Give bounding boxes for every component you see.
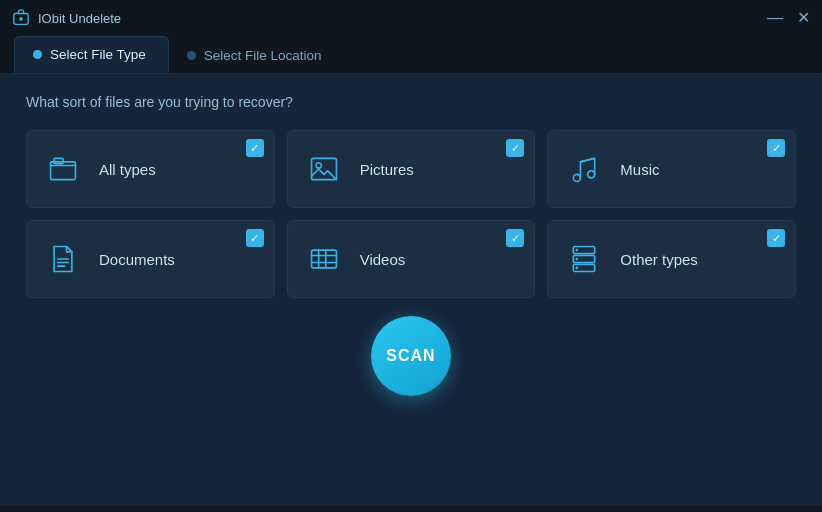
title-bar-left: IObit Undelete [12, 9, 121, 27]
tab-select-file-location[interactable]: Select File Location [169, 38, 344, 73]
card-music[interactable]: Music ✓ [547, 130, 796, 208]
scan-button[interactable]: SCAN [371, 316, 451, 396]
tab-dot-active [33, 50, 42, 59]
card-all-types[interactable]: All types ✓ [26, 130, 275, 208]
tab-bar: Select File Type Select File Location [0, 36, 822, 74]
tab-dot-inactive [187, 51, 196, 60]
close-button[interactable]: ✕ [797, 10, 810, 26]
tab-select-file-type-label: Select File Type [50, 47, 146, 62]
pictures-icon [306, 153, 342, 185]
svg-point-5 [316, 163, 321, 168]
music-icon [566, 153, 602, 185]
all-types-check: ✓ [246, 139, 264, 157]
title-bar-controls: — ✕ [767, 10, 810, 26]
svg-rect-2 [51, 162, 76, 180]
svg-point-1 [19, 17, 23, 21]
videos-icon [306, 243, 342, 275]
file-type-grid: All types ✓ Pictures ✓ [26, 130, 796, 298]
subtitle-text: What sort of files are you trying to rec… [26, 94, 796, 110]
app-title: IObit Undelete [38, 11, 121, 26]
music-label: Music [620, 161, 659, 178]
card-pictures[interactable]: Pictures ✓ [287, 130, 536, 208]
title-bar: IObit Undelete — ✕ [0, 0, 822, 36]
main-content: What sort of files are you trying to rec… [0, 74, 822, 506]
videos-check: ✓ [506, 229, 524, 247]
minimize-button[interactable]: — [767, 10, 783, 26]
all-types-icon [45, 153, 81, 185]
svg-rect-3 [54, 158, 63, 163]
other-types-label: Other types [620, 251, 698, 268]
svg-point-7 [588, 171, 595, 178]
tab-select-file-location-label: Select File Location [204, 48, 322, 63]
all-types-label: All types [99, 161, 156, 178]
documents-check: ✓ [246, 229, 264, 247]
documents-icon [45, 243, 81, 275]
other-types-icon [566, 243, 602, 275]
pictures-check: ✓ [506, 139, 524, 157]
scan-button-wrapper: SCAN [26, 316, 796, 396]
svg-rect-8 [311, 250, 336, 268]
music-check: ✓ [767, 139, 785, 157]
other-types-check: ✓ [767, 229, 785, 247]
card-documents[interactable]: Documents ✓ [26, 220, 275, 298]
videos-label: Videos [360, 251, 406, 268]
pictures-label: Pictures [360, 161, 414, 178]
svg-point-6 [574, 174, 581, 181]
app-logo-icon [12, 9, 30, 27]
documents-label: Documents [99, 251, 175, 268]
card-other-types[interactable]: Other types ✓ [547, 220, 796, 298]
tab-select-file-type[interactable]: Select File Type [14, 36, 169, 73]
card-videos[interactable]: Videos ✓ [287, 220, 536, 298]
